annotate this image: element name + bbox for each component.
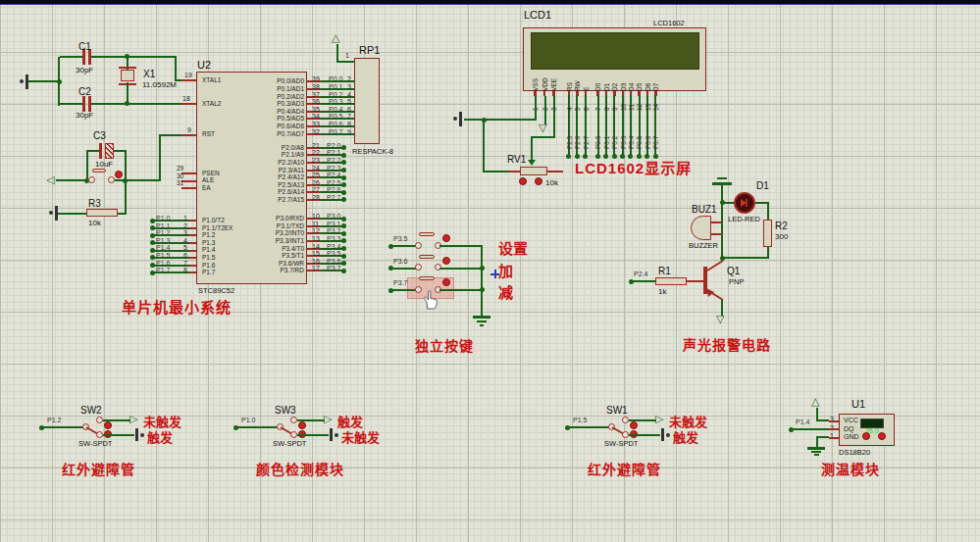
lead xyxy=(711,222,722,223)
c2-value: 30pF xyxy=(76,111,93,120)
pin-number: 10 xyxy=(312,213,320,220)
pin-stub xyxy=(189,227,196,229)
lcd-pin: RW 5 P2.6 xyxy=(573,91,582,165)
terminal-dot xyxy=(49,211,53,215)
junction-dot xyxy=(57,79,62,84)
r2-ref: R2 xyxy=(775,221,788,231)
net-dot xyxy=(341,246,346,251)
net-label: P1.2 xyxy=(47,417,61,423)
pin-number: 1 xyxy=(183,215,187,222)
pin-stub xyxy=(181,134,196,136)
push-button[interactable]: P3.7 减 xyxy=(388,281,555,299)
net-dot xyxy=(341,269,346,273)
ground-bar xyxy=(807,447,825,450)
pin-name: RST xyxy=(202,130,215,137)
wire xyxy=(118,213,127,215)
net-dot xyxy=(341,217,346,222)
pin-stub xyxy=(181,187,196,189)
ground-terminal-icon xyxy=(459,112,462,126)
power-arrow-icon: ▷ xyxy=(129,414,137,424)
u1-pin-row: 1 GND xyxy=(844,433,859,442)
key-function-label: 减 xyxy=(498,281,513,302)
u1-dot xyxy=(878,432,886,440)
button-actuator[interactable] xyxy=(442,234,450,242)
d1-value: LED-RED xyxy=(728,215,760,223)
r3-resistor-body xyxy=(86,209,118,217)
spdt-switch-module[interactable]: SW2 P1.2 ▷ 未触发 触发 SW-SPDT 红外避障管 xyxy=(29,392,240,485)
p2-pin-names: P2.0/A8P2.1/A9P2.2/A10P2.3/A11P2.4/A12P2… xyxy=(235,144,304,204)
pin-stub xyxy=(189,242,196,244)
wire xyxy=(336,44,338,62)
pin-number: 19 xyxy=(184,72,192,78)
lcd-caption: LCD1602显示屏 xyxy=(575,157,692,177)
pin-number: 39 xyxy=(312,75,320,82)
net-label: P0.2 xyxy=(329,91,342,98)
pin-stub xyxy=(181,79,196,81)
net-dot xyxy=(341,231,346,236)
rv1-adjust-dot[interactable] xyxy=(519,177,527,185)
button-terminal xyxy=(415,264,422,271)
rv1-adjust-dot[interactable] xyxy=(535,177,542,185)
net-label: P3.3 xyxy=(327,235,340,242)
button-cap[interactable] xyxy=(419,255,435,259)
down-arrow-terminal-icon: ▽ xyxy=(539,123,546,133)
pin-number: 38 xyxy=(312,83,320,90)
push-button[interactable]: P3.6 加 xyxy=(388,260,555,277)
spdt-switch-module[interactable]: SW1 P1.5 ▷ 未触发 触发 SW-SPDT 红外避障管 xyxy=(555,392,766,485)
lcd-pin: D3 10 P0.3 xyxy=(619,91,627,165)
net-label: P1.4 xyxy=(796,419,809,425)
button-actuator[interactable] xyxy=(442,257,450,265)
net-dot xyxy=(341,145,346,150)
schematic-canvas: C1 30pF X1 11.0592M C2 30pF C3 10uF ◁ xyxy=(0,0,980,542)
wire xyxy=(631,280,655,282)
crystal-body xyxy=(121,70,134,81)
wire xyxy=(175,56,177,81)
wire xyxy=(297,419,325,421)
push-button[interactable]: P3.5 设置 xyxy=(388,237,555,255)
spdt-switch-module[interactable]: SW3 P1.0 ▷ 触发 未触发 SW-SPDT 颜色检测模块 xyxy=(224,392,435,485)
switch-actuator[interactable] xyxy=(298,421,306,429)
button-cap[interactable] xyxy=(419,232,435,236)
net-label: P0.7 xyxy=(329,128,342,135)
c3-ref: C3 xyxy=(93,130,106,141)
button-cap[interactable] xyxy=(419,276,435,280)
wire xyxy=(58,213,86,215)
wire xyxy=(567,426,610,428)
button-cap[interactable] xyxy=(92,169,106,172)
pin-stub xyxy=(829,420,839,422)
pin-row: P1.7 8 xyxy=(150,269,196,276)
net-label: P1.3 xyxy=(156,237,170,244)
terminal-dot xyxy=(20,79,24,83)
ground-bar xyxy=(814,454,819,456)
wire xyxy=(128,103,182,105)
switch-state-label-bottom: 未触发 xyxy=(341,427,380,446)
lead xyxy=(508,171,520,172)
switch-ref: SW2 xyxy=(80,405,102,416)
lead xyxy=(687,280,703,282)
pin-number: 15 xyxy=(312,250,320,257)
net-label: P3.5 xyxy=(393,235,407,242)
lcd-pin: D1 8 P0.1 xyxy=(602,91,610,165)
button-actuator[interactable] xyxy=(442,278,450,286)
net-dot xyxy=(341,160,346,165)
wire xyxy=(535,96,537,121)
net-dot xyxy=(341,254,346,259)
pin-stub xyxy=(181,103,196,105)
net-label: P2.6 xyxy=(327,186,340,193)
switch-throw xyxy=(96,431,103,438)
wire xyxy=(28,80,59,82)
switch-caption: 红外避障管 xyxy=(62,459,135,478)
pin-number: 13 xyxy=(312,235,320,242)
button-terminal xyxy=(415,242,422,249)
mcu-ref: U2 xyxy=(197,59,211,71)
button-terminal xyxy=(108,176,115,183)
switch-actuator[interactable] xyxy=(104,421,112,429)
pin-row: 17 P3.7 xyxy=(307,267,351,274)
wire xyxy=(483,119,485,172)
switch-actuator[interactable] xyxy=(630,421,638,429)
switch-throw xyxy=(290,417,297,423)
pin-number: 35 xyxy=(312,106,320,113)
respack-pin-number: 4 xyxy=(347,91,351,98)
button-actuator[interactable] xyxy=(115,171,123,178)
net-label: P1.0 xyxy=(241,417,255,423)
